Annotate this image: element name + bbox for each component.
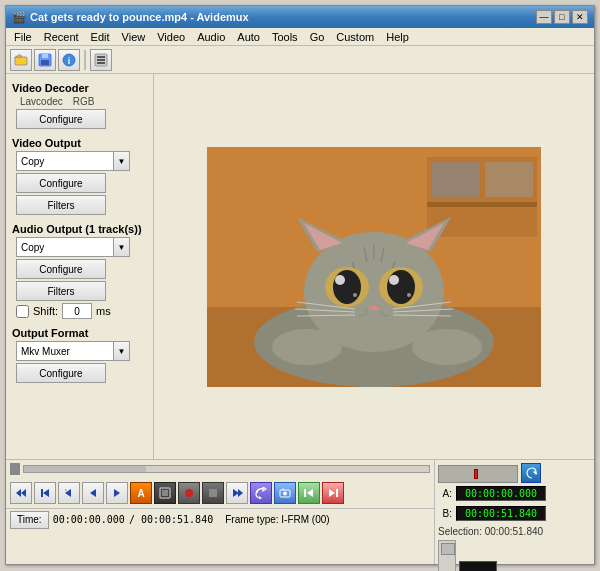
info-button[interactable]: i	[58, 49, 80, 71]
audio-output-dropdown[interactable]: Copy	[16, 237, 114, 257]
menu-auto[interactable]: Auto	[231, 30, 266, 44]
b-time-row: B: 00:00:51.840	[438, 506, 591, 521]
prev-frame-button[interactable]	[82, 482, 104, 504]
ctrl-area: A	[6, 460, 434, 564]
b-timecode: 00:00:51.840	[456, 506, 546, 521]
svg-point-27	[387, 270, 415, 304]
video-output-filters-button[interactable]: Filters	[16, 195, 106, 215]
next-scene-button[interactable]	[322, 482, 344, 504]
open-button[interactable]	[10, 49, 32, 71]
video-output-configure-button[interactable]: Configure	[16, 173, 106, 193]
svg-rect-49	[209, 489, 217, 497]
toolbar-separator	[84, 50, 86, 70]
a-timecode: 00:00:00.000	[456, 486, 546, 501]
close-button[interactable]: ✕	[572, 10, 588, 24]
menu-audio[interactable]: Audio	[191, 30, 231, 44]
audio-output-filters-button[interactable]: Filters	[16, 281, 106, 301]
selection-label: Selection: 00:00:51.840	[438, 526, 543, 537]
format-label: RGB	[73, 96, 95, 107]
film-area	[438, 540, 591, 571]
svg-rect-8	[97, 59, 105, 61]
right-panel	[154, 74, 594, 459]
codec-label: Lavcodec	[20, 96, 63, 107]
video-output-dropdown[interactable]: Copy	[16, 151, 114, 171]
video-decoder-section: Video Decoder Lavcodec RGB Configure	[12, 78, 147, 129]
forward-to-end-button[interactable]	[226, 482, 248, 504]
shift-input[interactable]: 0	[62, 303, 92, 319]
menu-video[interactable]: Video	[151, 30, 191, 44]
refresh-button[interactable]	[521, 463, 541, 483]
toolbar: i	[6, 46, 594, 74]
svg-point-26	[333, 270, 361, 304]
time-button[interactable]: Time:	[10, 511, 49, 529]
window-title: Cat gets ready to pounce.mp4 - Avidemux	[30, 11, 249, 23]
prev-scene-button[interactable]	[298, 482, 320, 504]
mark-a-icon: A	[137, 488, 144, 499]
video-output-dropdown-arrow[interactable]: ▼	[114, 151, 130, 171]
timeline-track[interactable]	[23, 465, 430, 473]
current-time: 00:00:00.000	[53, 514, 125, 525]
mark-a-button[interactable]: A	[130, 482, 152, 504]
output-format-configure-button[interactable]: Configure	[16, 363, 106, 383]
menu-file[interactable]: File	[8, 30, 38, 44]
scroll-thumb	[441, 543, 455, 555]
vertical-scrollbar[interactable]	[438, 540, 456, 571]
svg-rect-0	[15, 57, 27, 65]
mark-region-button[interactable]	[154, 482, 176, 504]
menu-edit[interactable]: Edit	[85, 30, 116, 44]
rewind-to-start-button[interactable]	[10, 482, 32, 504]
timeline-thumb[interactable]	[10, 463, 20, 475]
menu-custom[interactable]: Custom	[330, 30, 380, 44]
svg-marker-56	[307, 489, 313, 497]
output-format-dropdown-arrow[interactable]: ▼	[114, 341, 130, 361]
menu-go[interactable]: Go	[304, 30, 331, 44]
video-decoder-configure-button[interactable]: Configure	[16, 109, 106, 129]
a-label: A:	[438, 488, 452, 499]
menu-tools[interactable]: Tools	[266, 30, 304, 44]
snapshot-button[interactable]	[274, 482, 296, 504]
audio-output-dropdown-arrow[interactable]: ▼	[114, 237, 130, 257]
svg-marker-45	[114, 489, 120, 497]
film-thumbnail	[459, 561, 497, 571]
record-button[interactable]	[178, 482, 200, 504]
prev-keyframe-button[interactable]	[34, 482, 56, 504]
save-button[interactable]	[34, 49, 56, 71]
audio-output-dropdown-container: Copy ▼	[16, 237, 147, 257]
b-label: B:	[438, 508, 452, 519]
menu-help[interactable]: Help	[380, 30, 415, 44]
controls-row: A	[6, 478, 434, 508]
output-format-dropdown[interactable]: Mkv Muxer	[16, 341, 114, 361]
svg-point-29	[389, 275, 399, 285]
loop-button[interactable]	[250, 482, 272, 504]
audio-output-configure-button[interactable]: Configure	[16, 259, 106, 279]
video-output-title: Video Output	[12, 137, 147, 149]
svg-marker-40	[21, 489, 26, 497]
next-frame-button[interactable]	[106, 482, 128, 504]
a-time-row: A: 00:00:00.000	[438, 486, 591, 501]
svg-rect-42	[41, 489, 43, 497]
shift-row: Shift: 0 ms	[16, 303, 147, 319]
mini-timeline-strip[interactable]	[438, 465, 518, 483]
svg-rect-9	[97, 62, 105, 64]
menu-recent[interactable]: Recent	[38, 30, 85, 44]
video-preview	[207, 147, 541, 387]
title-bar-buttons: — □ ✕	[536, 10, 588, 24]
right-info: A: 00:00:00.000 B: 00:00:51.840 Selectio…	[434, 460, 594, 564]
svg-rect-13	[485, 162, 533, 197]
svg-marker-39	[16, 489, 21, 497]
output-format-title: Output Format	[12, 327, 147, 339]
selection-row: Selection: 00:00:51.840	[438, 526, 591, 537]
output-format-section: Output Format Mkv Muxer ▼ Configure	[12, 323, 147, 383]
menu-view[interactable]: View	[116, 30, 152, 44]
shift-checkbox[interactable]	[16, 305, 29, 318]
stop-button[interactable]	[202, 482, 224, 504]
output-format-dropdown-container: Mkv Muxer ▼	[16, 341, 147, 361]
svg-marker-58	[329, 489, 335, 497]
title-bar: 🎬 Cat gets ready to pounce.mp4 - Avidemu…	[6, 6, 594, 28]
frame-type: Frame type: I-FRM (00)	[225, 514, 329, 525]
minimize-button[interactable]: —	[536, 10, 552, 24]
back-button[interactable]	[58, 482, 80, 504]
preferences-button[interactable]	[90, 49, 112, 71]
maximize-button[interactable]: □	[554, 10, 570, 24]
svg-marker-41	[43, 489, 49, 497]
